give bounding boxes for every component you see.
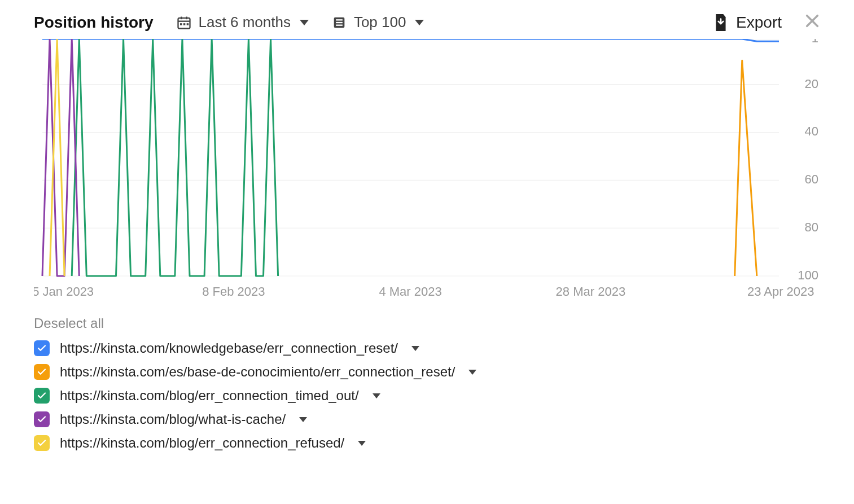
legend: Deselect all https://kinsta.com/knowledg… [0,299,854,451]
series-line [50,39,64,276]
legend-label: https://kinsta.com/blog/what-is-cache/ [60,411,286,427]
legend-item[interactable]: https://kinsta.com/knowledgebase/err_con… [34,340,854,356]
chevron-down-icon[interactable] [411,346,419,351]
legend-label: https://kinsta.com/blog/err_connection_r… [60,435,344,451]
chevron-down-icon[interactable] [358,441,366,446]
legend-checkbox[interactable] [34,340,50,356]
close-icon [804,13,820,29]
y-tick-label: 60 [805,172,818,186]
x-tick-label: 23 Apr 2023 [747,284,814,299]
legend-checkbox[interactable] [34,435,50,451]
x-tick-label: 4 Mar 2023 [379,284,441,299]
page-title: Position history [34,14,154,32]
legend-checkbox[interactable] [34,364,50,380]
y-tick-label: 1 [812,39,818,45]
legend-label: https://kinsta.com/knowledgebase/err_con… [60,340,398,356]
svg-rect-3 [183,23,185,25]
legend-item[interactable]: https://kinsta.com/blog/err_connection_r… [34,435,854,451]
legend-item[interactable]: https://kinsta.com/blog/err_connection_t… [34,388,854,404]
y-tick-label: 80 [805,220,818,234]
svg-rect-4 [186,23,189,25]
scope-label: Top 100 [354,14,406,31]
chevron-down-icon[interactable] [373,393,380,398]
svg-rect-2 [180,23,182,25]
chevron-down-icon[interactable] [299,417,307,422]
svg-rect-10 [336,24,343,25]
chevron-down-icon[interactable] [468,370,476,375]
legend-item[interactable]: https://kinsta.com/blog/what-is-cache/ [34,411,854,427]
chevron-down-icon [415,20,424,25]
close-button[interactable] [804,11,820,33]
date-range-label: Last 6 months [199,14,291,31]
legend-checkbox[interactable] [34,388,50,404]
series-line [735,60,757,276]
y-tick-label: 20 [805,77,818,91]
series-line [72,39,278,276]
export-button[interactable]: Export [713,14,782,32]
legend-label: https://kinsta.com/es/base-de-conocimien… [60,364,455,380]
legend-label: https://kinsta.com/blog/err_connection_t… [60,388,359,404]
list-icon [331,15,347,30]
y-tick-label: 40 [805,124,818,138]
chevron-down-icon [300,20,309,25]
legend-checkbox[interactable] [34,411,50,427]
x-tick-label: 28 Mar 2023 [556,284,626,299]
date-range-dropdown[interactable]: Last 6 months [176,14,309,31]
export-label: Export [736,14,782,32]
header-bar: Position history Last 6 months Top 100 [0,0,854,39]
export-icon [713,14,728,31]
svg-rect-8 [336,19,343,20]
position-history-chart: 12040608010015 Jan 20238 Feb 20234 Mar 2… [34,39,835,299]
scope-dropdown[interactable]: Top 100 [331,14,424,31]
svg-rect-9 [336,21,343,23]
x-tick-label: 15 Jan 2023 [34,284,94,299]
legend-item[interactable]: https://kinsta.com/es/base-de-conocimien… [34,364,854,380]
x-tick-label: 8 Feb 2023 [202,284,265,299]
calendar-icon [176,15,192,30]
deselect-all-button[interactable]: Deselect all [34,315,854,331]
y-tick-label: 100 [798,268,818,282]
